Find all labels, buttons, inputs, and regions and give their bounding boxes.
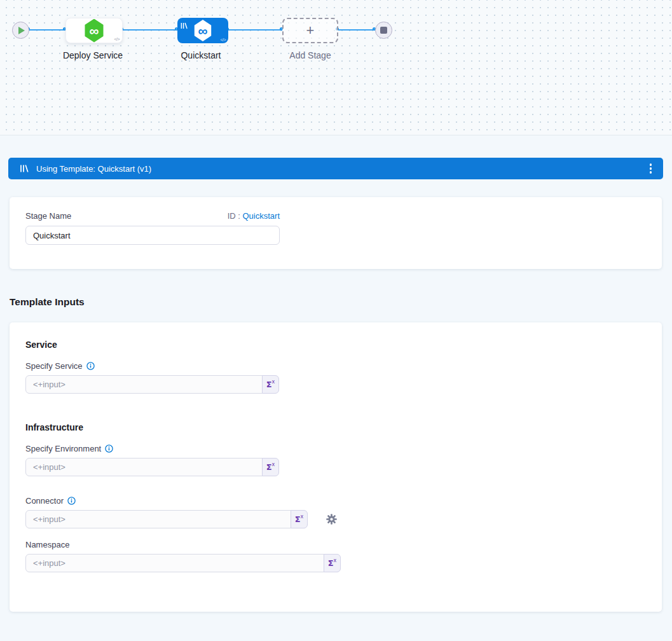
banner-options-menu-button[interactable] — [648, 161, 654, 176]
namespace-field: Namespace Σx — [25, 540, 646, 572]
stage-name-label: Stage Name — [25, 211, 71, 221]
infrastructure-section-heading: Infrastructure — [25, 422, 646, 432]
connector-input[interactable] — [25, 510, 291, 528]
quickstart-label: Quickstart — [156, 50, 245, 60]
template-banner: Using Template: Quickstart (v1) — [8, 158, 663, 179]
expression-toggle-button[interactable]: Σx — [291, 510, 308, 528]
stage-node-quickstart[interactable]: ∞ </> — [177, 18, 228, 43]
info-icon[interactable] — [67, 497, 76, 505]
add-stage-label: Add Stage — [266, 50, 355, 60]
pipeline-start-node[interactable] — [12, 22, 29, 39]
template-library-icon — [20, 164, 29, 173]
pipeline-canvas[interactable]: ∞ </> ∞ </> + Deploy Service Quickstart … — [0, 0, 672, 135]
connector-label: Connector — [25, 496, 64, 506]
harness-cd-icon: ∞ — [84, 19, 105, 43]
code-icon: </> — [220, 38, 226, 42]
stop-icon — [380, 27, 387, 34]
specify-environment-input[interactable] — [25, 458, 263, 476]
edge-quickstart-add — [228, 29, 282, 31]
pipeline-end-node[interactable] — [375, 22, 392, 39]
template-badge-icon — [181, 20, 188, 32]
stage-id: ID : Quickstart — [228, 211, 280, 221]
banner-text: Using Template: Quickstart (v1) — [36, 164, 648, 174]
code-icon: </> — [114, 37, 120, 41]
service-section-heading: Service — [25, 340, 646, 350]
namespace-input[interactable] — [25, 554, 324, 572]
expression-toggle-button[interactable]: Σx — [262, 458, 279, 476]
info-icon[interactable] — [105, 445, 113, 453]
specify-environment-label: Specify Environment — [25, 444, 101, 453]
expression-toggle-button[interactable]: Σx — [324, 554, 341, 572]
harness-cd-icon: ∞ — [193, 20, 212, 41]
edge-deploy-quickstart — [123, 29, 177, 31]
info-icon[interactable] — [86, 362, 95, 370]
stage-node-deploy-service[interactable]: ∞ </> — [65, 18, 123, 43]
template-inputs-card: Service Specify Service Σx Infrastructur… — [10, 322, 662, 612]
specify-service-label: Specify Service — [25, 361, 83, 371]
expression-toggle-button[interactable]: Σx — [262, 375, 279, 394]
add-stage-button[interactable]: + — [282, 18, 338, 43]
stage-name-input[interactable] — [25, 226, 280, 245]
connector-settings-gear-icon[interactable] — [326, 514, 337, 525]
deploy-service-label: Deploy Service — [48, 50, 137, 60]
specify-service-input[interactable] — [25, 375, 263, 394]
stage-id-link[interactable]: Quickstart — [242, 211, 280, 221]
connector-field: Connector Σx — [25, 496, 646, 528]
stage-overview-card: Stage Name ID : Quickstart — [10, 197, 662, 269]
template-inputs-title: Template Inputs — [10, 296, 672, 308]
namespace-label: Namespace — [25, 540, 69, 549]
specify-environment-field: Specify Environment Σx — [25, 444, 646, 476]
edge-start-deploy — [29, 29, 65, 31]
plus-icon: + — [306, 22, 315, 39]
specify-service-field: Specify Service Σx — [25, 361, 646, 394]
play-icon — [18, 27, 25, 34]
edge-add-end — [338, 29, 375, 31]
